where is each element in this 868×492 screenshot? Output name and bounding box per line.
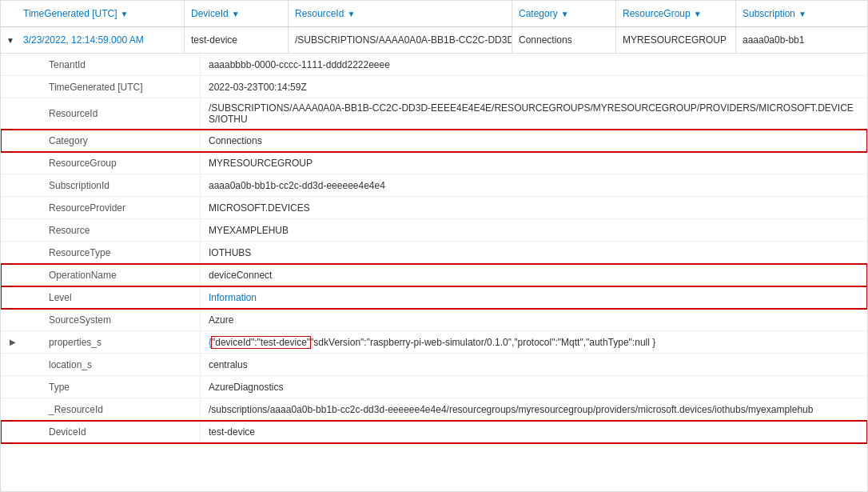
detail-value: test-device bbox=[201, 422, 867, 442]
header-time[interactable]: TimeGenerated [UTC] ▼ bbox=[17, 1, 185, 26]
cell-time: 3/23/2022, 12:14:59.000 AM bbox=[17, 27, 185, 53]
detail-value: Connections bbox=[201, 131, 867, 150]
detail-row: ▶properties_s{"deviceId":"test-device""s… bbox=[1, 331, 867, 354]
cell-resourcegroup: MYRESOURCEGROUP bbox=[616, 27, 736, 53]
detail-label: location_s bbox=[25, 354, 201, 375]
detail-value: Azure bbox=[201, 310, 867, 330]
detail-row: TenantIdaaaabbbb-0000-cccc-1111-dddd2222… bbox=[1, 54, 867, 76]
detail-row: ResourceProviderMICROSOFT.DEVICES bbox=[1, 197, 867, 219]
row-expand-icon-cell: ▶ bbox=[1, 338, 25, 346]
detail-row: ResourceTypeIOTHUBS bbox=[1, 242, 867, 264]
row-expand-button[interactable]: ▼ bbox=[1, 36, 17, 45]
expanded-detail-section: TenantIdaaaabbbb-0000-cccc-1111-dddd2222… bbox=[1, 54, 867, 444]
detail-row: ResourceMYEXAMPLEHUB bbox=[1, 219, 867, 242]
detail-value: centralus bbox=[201, 355, 867, 374]
filter-subscription-icon[interactable]: ▼ bbox=[798, 10, 806, 18]
detail-label: OperationName bbox=[25, 264, 201, 286]
detail-label: _ResourceId bbox=[25, 398, 201, 420]
expand-row-icon[interactable]: ▶ bbox=[10, 338, 16, 346]
detail-value: aaaa0a0b-bb1b-cc2c-dd3d-eeeeee4e4e4 bbox=[201, 176, 867, 195]
detail-value: {"deviceId":"test-device""sdkVersion":"r… bbox=[201, 333, 867, 352]
detail-row: TimeGenerated [UTC]2022-03-23T00:14:59Z bbox=[1, 76, 867, 98]
detail-row: ResourceId/SUBSCRIPTIONS/AAAA0A0A-BB1B-C… bbox=[1, 98, 867, 130]
detail-value: AzureDiagnostics bbox=[201, 378, 867, 397]
detail-label: SubscriptionId bbox=[25, 174, 201, 196]
detail-row: CategoryConnections bbox=[1, 130, 867, 152]
detail-row: LevelInformation bbox=[1, 286, 867, 309]
detail-label: Category bbox=[25, 130, 201, 151]
header-subscription-label: Subscription bbox=[743, 8, 795, 19]
detail-label: Level bbox=[25, 286, 201, 308]
filter-resourceid-icon[interactable]: ▼ bbox=[347, 10, 355, 18]
header-deviceid[interactable]: DeviceId ▼ bbox=[185, 1, 289, 26]
detail-label: ResourceGroup bbox=[25, 152, 201, 174]
detail-label: ResourceType bbox=[25, 242, 201, 263]
header-resourceid-label: ResourceId bbox=[295, 8, 344, 19]
cell-resourceid: /SUBSCRIPTIONS/AAAA0A0A-BB1B-CC2C-DD3D-E… bbox=[289, 27, 512, 53]
header-category[interactable]: Category ▼ bbox=[512, 1, 616, 26]
cell-deviceid: test-device bbox=[185, 27, 289, 53]
cell-subscription: aaaa0a0b-bb1 bbox=[736, 27, 868, 53]
filter-deviceid-icon[interactable]: ▼ bbox=[232, 10, 240, 18]
detail-row: SourceSystemAzure bbox=[1, 309, 867, 331]
detail-label: ResourceProvider bbox=[25, 197, 201, 218]
header-resourcegroup[interactable]: ResourceGroup ▼ bbox=[616, 1, 736, 26]
detail-value: IOTHUBS bbox=[201, 243, 867, 262]
cell-category: Connections bbox=[512, 27, 616, 53]
header-resourceid[interactable]: ResourceId ▼ bbox=[289, 1, 512, 26]
detail-label: ResourceId bbox=[25, 98, 201, 129]
detail-value: /SUBSCRIPTIONS/AAAA0A0A-BB1B-CC2C-DD3D-E… bbox=[201, 98, 867, 129]
filter-resourcegroup-icon[interactable]: ▼ bbox=[694, 10, 702, 18]
detail-row: SubscriptionIdaaaa0a0b-bb1b-cc2c-dd3d-ee… bbox=[1, 174, 867, 197]
detail-row: OperationNamedeviceConnect bbox=[1, 264, 867, 286]
detail-value: deviceConnect bbox=[201, 266, 867, 285]
detail-value: MICROSOFT.DEVICES bbox=[201, 198, 867, 218]
detail-row: TypeAzureDiagnostics bbox=[1, 376, 867, 398]
header-deviceid-label: DeviceId bbox=[191, 8, 229, 19]
detail-value: Information bbox=[201, 288, 867, 307]
filter-category-icon[interactable]: ▼ bbox=[561, 10, 569, 18]
header-resourcegroup-label: ResourceGroup bbox=[623, 8, 691, 19]
detail-label: Resource bbox=[25, 219, 201, 241]
detail-row: ResourceGroupMYRESOURCEGROUP bbox=[1, 152, 867, 174]
header-category-label: Category bbox=[519, 8, 558, 19]
detail-label: TenantId bbox=[25, 54, 201, 75]
detail-row: _ResourceId/subscriptions/aaaa0a0b-bb1b-… bbox=[1, 398, 867, 421]
detail-label: properties_s bbox=[25, 331, 201, 353]
table-header: TimeGenerated [UTC] ▼ DeviceId ▼ Resourc… bbox=[1, 1, 867, 27]
log-analytics-table: TimeGenerated [UTC] ▼ DeviceId ▼ Resourc… bbox=[0, 0, 868, 492]
detail-value: 2022-03-23T00:14:59Z bbox=[201, 78, 867, 97]
detail-label: Type bbox=[25, 376, 201, 398]
detail-row: DeviceIdtest-device bbox=[1, 421, 867, 443]
detail-value: /subscriptions/aaaa0a0b-bb1b-cc2c-dd3d-e… bbox=[201, 400, 867, 419]
header-subscription[interactable]: Subscription ▼ bbox=[736, 1, 868, 26]
detail-value: MYEXAMPLEHUB bbox=[201, 221, 867, 240]
detail-row: location_scentralus bbox=[1, 354, 867, 376]
detail-label: SourceSystem bbox=[25, 309, 201, 330]
detail-value: MYRESOURCEGROUP bbox=[201, 154, 867, 173]
filter-time-icon[interactable]: ▼ bbox=[121, 10, 129, 18]
detail-label: DeviceId bbox=[25, 421, 201, 443]
header-time-label: TimeGenerated [UTC] bbox=[23, 8, 117, 19]
main-data-row: ▼ 3/23/2022, 12:14:59.000 AM test-device… bbox=[1, 27, 867, 54]
detail-label: TimeGenerated [UTC] bbox=[25, 76, 201, 98]
detail-value: aaaabbbb-0000-cccc-1111-dddd2222eeee bbox=[201, 55, 867, 74]
